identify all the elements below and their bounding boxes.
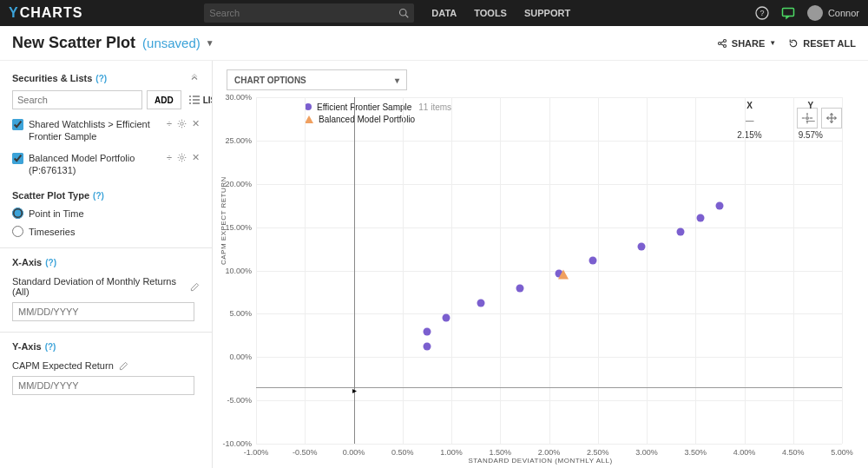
logo-y: Y: [9, 5, 19, 21]
x-tick: 3.50%: [684, 448, 707, 457]
data-point[interactable]: [558, 269, 569, 279]
security-item: Shared Watchlists > Efficient Frontier S…: [12, 118, 200, 143]
close-icon[interactable]: ✕: [192, 152, 200, 163]
help-link[interactable]: (?): [45, 342, 56, 352]
data-point[interactable]: [477, 300, 484, 307]
tooltip-r2y: 9.57%: [781, 129, 840, 142]
x-tick: 5.00%: [831, 448, 853, 457]
gridline-h: [256, 184, 842, 185]
nav-support[interactable]: SUPPORT: [524, 8, 570, 18]
logo[interactable]: YCHARTS: [9, 5, 82, 21]
chart-options-dropdown[interactable]: CHART OPTIONS ▾: [227, 69, 407, 90]
title-menu-caret[interactable]: ▼: [206, 38, 214, 48]
yaxis-title: Y-Axis: [12, 341, 42, 352]
x-axis-title: STANDARD DEVIATION (MONTHLY ALL): [468, 457, 612, 465]
svg-line-8: [720, 41, 723, 43]
legend-marker-triangle: [305, 115, 313, 123]
radio-series-input[interactable]: [12, 226, 23, 237]
legend-series1-count: 11 items: [418, 102, 451, 112]
search-icon: [398, 8, 409, 18]
y-tick: -5.00%: [227, 396, 252, 405]
securities-title: Securities & Lists: [12, 73, 92, 83]
help-icon[interactable]: ?: [755, 6, 769, 20]
list-label: LIST: [203, 96, 213, 105]
edit-icon[interactable]: [119, 361, 128, 371]
close-icon[interactable]: ✕: [192, 118, 200, 129]
x-tick: -0.50%: [293, 448, 318, 457]
radio-series-label: Timeseries: [29, 227, 75, 237]
y-tick: -10.00%: [222, 439, 252, 448]
data-point[interactable]: [589, 256, 597, 264]
data-point[interactable]: [716, 201, 724, 209]
legend-series2: Balanced Model Portfolio: [319, 115, 415, 124]
divide-icon[interactable]: ÷: [167, 152, 172, 163]
tooltip-y-header: Y: [781, 99, 840, 112]
help-link[interactable]: (?): [45, 258, 56, 267]
global-search[interactable]: [204, 3, 414, 23]
reset-all-button[interactable]: RESET ALL: [788, 38, 856, 49]
data-point[interactable]: [696, 214, 704, 221]
radio-point-in-time[interactable]: Point in Time: [12, 208, 200, 219]
svg-point-7: [723, 44, 726, 47]
gridline-v: [842, 97, 843, 444]
yaxis-metric-row: CAPM Expected Return: [12, 360, 200, 371]
avatar: [807, 5, 823, 21]
topbar-right: ? Connor: [755, 5, 859, 21]
scatter-type-header: Scatter Plot Type (?): [12, 190, 200, 201]
unsaved-badge: (unsaved): [142, 36, 201, 50]
chat-icon[interactable]: [781, 6, 795, 20]
data-point[interactable]: [677, 227, 685, 235]
add-button[interactable]: ADD: [147, 90, 181, 109]
global-search-input[interactable]: [209, 8, 398, 18]
data-point[interactable]: [423, 343, 431, 351]
xaxis-date-input[interactable]: [12, 302, 194, 321]
yaxis-date-input[interactable]: [12, 376, 194, 395]
data-point[interactable]: [423, 328, 431, 336]
x-tick: 2.50%: [587, 448, 609, 457]
gear-icon[interactable]: [177, 152, 187, 163]
y-tick: 10.00%: [225, 267, 252, 275]
nav-data[interactable]: DATA: [431, 8, 457, 18]
gear-icon[interactable]: [177, 118, 187, 129]
securities-search-input[interactable]: [12, 90, 142, 109]
plot-area[interactable]: Efficient Frontier Sample 11 items Balan…: [256, 97, 842, 444]
svg-point-16: [181, 122, 183, 125]
gridline-h: [256, 357, 842, 358]
list-button[interactable]: LIST: [186, 90, 213, 109]
security-checkbox[interactable]: [12, 153, 23, 164]
security-checkbox[interactable]: [12, 119, 23, 130]
x-tick: 0.50%: [391, 448, 414, 457]
edit-icon[interactable]: [190, 282, 200, 292]
sidebar: Securities & Lists (?) ADD LIST Shared W…: [0, 61, 213, 468]
x-tick: 2.00%: [538, 448, 561, 457]
help-link[interactable]: (?): [93, 191, 104, 201]
x-tick: 3.00%: [635, 448, 658, 457]
share-button[interactable]: SHARE ▼: [717, 38, 776, 49]
page-title: New Scatter Plot: [12, 34, 135, 52]
radio-timeseries[interactable]: Timeseries: [12, 226, 200, 237]
data-point[interactable]: [443, 314, 450, 322]
radio-point-input[interactable]: [12, 208, 23, 219]
y-axis-title: CAPM EXPECT RETURN: [220, 176, 227, 265]
gridline-h: [256, 313, 842, 314]
gridline-h: [256, 141, 842, 142]
help-link[interactable]: (?): [95, 74, 107, 83]
security-item: Balanced Model Portfolio (P:676131) ÷ ✕: [12, 152, 200, 177]
security-label[interactable]: Balanced Model Portfolio (P:676131): [29, 152, 161, 177]
share-label: SHARE: [732, 38, 766, 49]
reset-icon: [788, 38, 799, 49]
nav-tools[interactable]: TOOLS: [474, 8, 507, 18]
data-point[interactable]: [638, 242, 646, 250]
svg-point-17: [181, 155, 183, 158]
topbar: YCHARTS DATA TOOLS SUPPORT ? Connor: [0, 0, 868, 26]
y-tick: 5.00%: [229, 309, 252, 318]
security-label[interactable]: Shared Watchlists > Efficient Frontier S…: [29, 118, 161, 143]
data-point[interactable]: [516, 285, 523, 293]
collapse-icon[interactable]: [189, 73, 200, 83]
divide-icon[interactable]: ÷: [167, 118, 172, 129]
user-menu[interactable]: Connor: [807, 5, 859, 21]
x-tick: 0.00%: [343, 448, 365, 457]
gridline-h: [256, 271, 842, 272]
y-tick: 20.00%: [225, 180, 252, 188]
chart-area: CHART OPTIONS ▾ CAPM EXPECT RETURN Effic…: [213, 61, 868, 468]
